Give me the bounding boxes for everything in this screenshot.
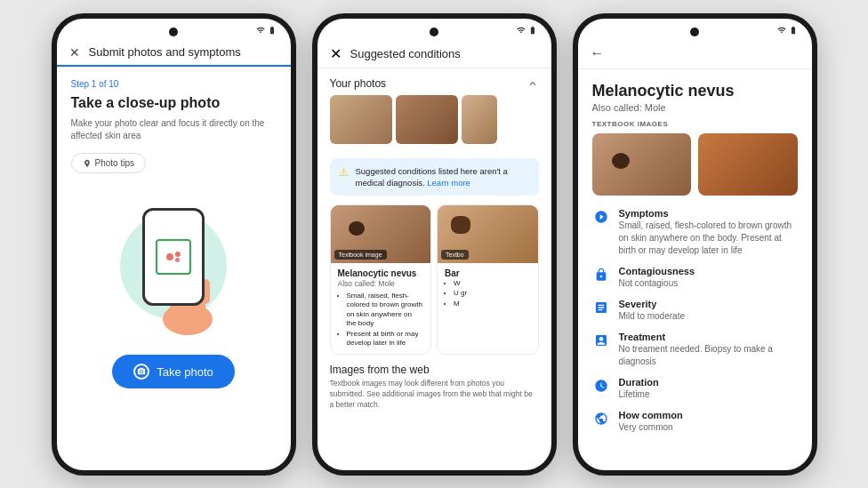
- textbook-images: [592, 133, 798, 196]
- sub-instruction: Make your photo clear and focus it direc…: [71, 117, 277, 142]
- condition-info-2: Bar W U gr M: [438, 263, 538, 315]
- photo-thumb-2: [396, 95, 458, 144]
- severity-icon: [592, 299, 610, 316]
- camera-dot: [169, 28, 178, 36]
- common-name: How common: [619, 410, 683, 420]
- common-text: How common Very common: [619, 410, 683, 434]
- info-item-contagiousness: Contagiousness Not contagious: [592, 266, 798, 290]
- duration-icon: [592, 377, 610, 395]
- info-item-treatment: Treatment No treament needed. Biopsy to …: [592, 332, 798, 368]
- web-images-desc: Textbook images may look different from …: [330, 379, 539, 411]
- symptoms-icon: [592, 208, 610, 226]
- location-icon: [83, 159, 92, 168]
- warning-text: Suggested conditions listed here aren't …: [356, 165, 530, 189]
- web-images-title: Images from the web: [330, 364, 539, 376]
- severity-text: Severity Mild to moderate: [619, 299, 685, 323]
- condition-bullets-1: Small, raised, flesh-colored to brown gr…: [338, 292, 424, 348]
- also-called: Also called: Mole: [592, 102, 798, 113]
- info-item-severity: Severity Mild to moderate: [592, 299, 798, 323]
- condition-info-1: Melanocytic nevus Also called: Mole Smal…: [331, 263, 431, 354]
- info-item-common: How common Very common: [592, 410, 798, 434]
- textbook-img-2: [698, 133, 798, 196]
- phone-3: ← Melanocytic nevus Also called: Mole TE…: [573, 13, 817, 476]
- condition-card-2[interactable]: Textbo Bar W U gr M: [437, 204, 539, 355]
- photos-section: Your photos: [317, 68, 551, 158]
- severity-value: Mild to moderate: [619, 310, 685, 323]
- camera-icon: [133, 364, 149, 380]
- symptoms-text: Symptoms Small, raised, flesh-colored to…: [619, 208, 798, 257]
- phone-1: ✕ Submit photos and symptoms Step 1 of 1…: [52, 13, 296, 476]
- severity-name: Severity: [619, 299, 685, 309]
- contagiousness-icon: [592, 266, 610, 284]
- warning-box: ⚠ Suggested conditions listed here aren'…: [330, 158, 539, 196]
- duration-name: Duration: [619, 377, 659, 388]
- condition-image-2: Textbo: [438, 205, 538, 263]
- condition-name-2: Bar: [445, 268, 531, 278]
- condition-name-1: Melanocytic nevus: [338, 268, 424, 278]
- symptoms-name: Symptoms: [619, 208, 798, 219]
- info-item-symptoms: Symptoms Small, raised, flesh-colored to…: [592, 208, 798, 257]
- condition-tag-2: Textbo: [441, 250, 469, 260]
- phone-2: ✕ Suggested conditions Your photos ⚠ Sug…: [312, 13, 557, 476]
- learn-more-link[interactable]: Learn more: [427, 178, 470, 188]
- warning-icon: ⚠: [339, 166, 349, 179]
- scan-box: [156, 239, 191, 275]
- phone1-header: ✕ Submit photos and symptoms: [57, 38, 291, 67]
- photo-thumb-1: [330, 95, 392, 144]
- contagiousness-name: Contagiousness: [619, 266, 695, 276]
- common-value: Very common: [619, 421, 683, 434]
- symptoms-value: Small, raised, flesh-colored to brown gr…: [619, 220, 798, 257]
- treatment-icon: [592, 332, 610, 349]
- condition-card-1[interactable]: Textbook image Melanocytic nevus Also ca…: [330, 204, 432, 355]
- back-arrow[interactable]: ←: [591, 45, 605, 61]
- phone1-content: Step 1 of 10 Take a close-up photo Make …: [57, 67, 291, 470]
- web-images-section: Images from the web Textbook images may …: [317, 355, 551, 411]
- contagiousness-text: Contagiousness Not contagious: [619, 266, 695, 290]
- common-icon: [592, 410, 610, 428]
- take-photo-button[interactable]: Take photo: [112, 355, 235, 388]
- textbook-img-1: [592, 133, 692, 196]
- photo-thumb-3: [462, 95, 497, 144]
- condition-also-1: Also called: Mole: [338, 279, 424, 288]
- condition-bullets-2: W U gr M: [445, 279, 531, 308]
- condition-image-1: Textbook image: [331, 205, 431, 263]
- status-icons-2: [517, 26, 537, 35]
- textbook-label: TEXTBOOK IMAGES: [592, 120, 798, 128]
- camera-dot-3: [690, 28, 699, 36]
- condition-tag-1: Textbook image: [334, 250, 387, 260]
- close-icon-2[interactable]: ✕: [330, 45, 342, 62]
- info-list: Symptoms Small, raised, flesh-colored to…: [592, 208, 798, 434]
- treatment-name: Treatment: [619, 332, 798, 342]
- treatment-value: No treament needed. Biopsy to make a dia…: [619, 343, 798, 368]
- info-item-duration: Duration Lifetime: [592, 377, 798, 401]
- status-icons-3: [777, 26, 798, 35]
- camera-dot-2: [430, 28, 438, 36]
- your-photos-label: Your photos: [330, 77, 387, 90]
- condition-title: Melanocytic nevus: [592, 82, 798, 100]
- duration-value: Lifetime: [619, 388, 659, 401]
- photos-grid: [330, 95, 539, 144]
- duration-text: Duration Lifetime: [619, 377, 659, 401]
- phone1-title: Submit photos and symptoms: [89, 45, 241, 59]
- step-label: Step 1 of 10: [71, 79, 277, 89]
- phone-illustration: [142, 208, 205, 306]
- contagiousness-value: Not contagious: [619, 277, 695, 290]
- photo-tips-label: Photo tips: [95, 158, 134, 168]
- phone2-header: ✕ Suggested conditions: [317, 38, 551, 68]
- conditions-grid: Textbook image Melanocytic nevus Also ca…: [317, 204, 551, 355]
- treatment-text: Treatment No treament needed. Biopsy to …: [619, 332, 798, 368]
- main-instruction: Take a close-up photo: [71, 94, 277, 113]
- close-icon-1[interactable]: ✕: [69, 45, 80, 60]
- phone3-header: ←: [578, 38, 812, 69]
- phone2-title: Suggested conditions: [350, 47, 461, 60]
- photo-tips-button[interactable]: Photo tips: [71, 153, 146, 173]
- phone3-content: Melanocytic nevus Also called: Mole TEXT…: [578, 69, 812, 470]
- chevron-up-icon[interactable]: [526, 77, 539, 90]
- status-icons-1: [256, 26, 277, 35]
- illustration-area: [71, 195, 277, 337]
- phones-container: ✕ Submit photos and symptoms Step 1 of 1…: [43, 4, 826, 484]
- take-photo-label: Take photo: [157, 365, 213, 379]
